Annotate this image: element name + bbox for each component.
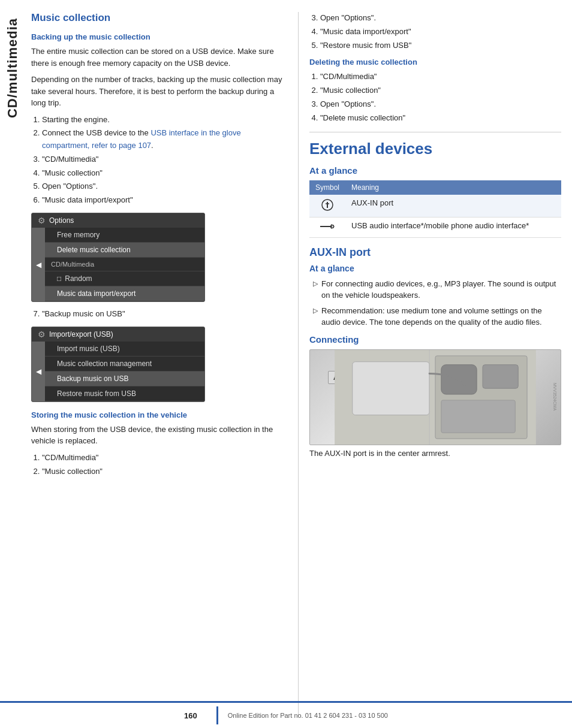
table-header-meaning: Meaning <box>345 180 561 195</box>
svg-rect-10 <box>441 364 477 394</box>
list-item: "Backup music on USB" <box>42 308 287 321</box>
list-item: "Music collection" <box>42 466 287 478</box>
ext-devices-title: External devices <box>309 140 561 158</box>
sidebar: CD/multimedia <box>0 0 25 728</box>
list-item: "Music data import/export" <box>42 194 287 207</box>
list-item: Open "Options". <box>42 180 287 193</box>
page-number: 160 <box>184 711 207 720</box>
nav-arrow-left[interactable]: ◀ <box>32 228 45 301</box>
restore-steps: Open "Options". "Music data import/expor… <box>320 12 561 52</box>
main-content: Music collection Backing up the music co… <box>25 0 572 728</box>
table-header-symbol: Symbol <box>309 180 345 195</box>
deleting-steps: "CD/Multimedia" "Music collection" Open … <box>320 71 561 124</box>
list-item[interactable]: Backup music on USB <box>45 371 204 386</box>
sidebar-label: CD/multimedia <box>5 18 20 118</box>
list-item[interactable]: Delete music collection <box>45 243 204 258</box>
list-item: "Music collection" <box>42 167 287 180</box>
list-item: "Restore music from USB" <box>320 40 561 52</box>
list-item: "CD/Multimedia" <box>42 452 287 464</box>
symbol-table: Symbol Meaning <box>309 180 561 238</box>
list-item: Recommendation: use medium tone and volu… <box>313 305 561 328</box>
import-list: Import music (USB) Music collection mana… <box>45 342 204 401</box>
page-title: Music collection <box>31 12 287 24</box>
list-item: "Music collection" <box>320 84 561 97</box>
list-item: "CD/Multimedia" <box>320 71 561 83</box>
list-item: "Music data import/export" <box>320 26 561 38</box>
aux-icon <box>321 198 334 212</box>
svg-rect-12 <box>441 400 515 433</box>
list-item[interactable]: Restore music from USB <box>45 386 204 401</box>
table-row: AUX-IN port <box>309 195 561 218</box>
list-item: "CD/Multimedia" <box>42 153 287 166</box>
footer-divider <box>216 706 218 724</box>
aux-bullet-list: For connecting audio devices, e.g., MP3 … <box>313 278 561 328</box>
storing-section: Storing the music collection in the vehi… <box>31 410 287 478</box>
list-item: Connect the USB device to the USB interf… <box>42 127 287 152</box>
right-column: Open "Options". "Music data import/expor… <box>299 12 572 716</box>
usb-link[interactable]: USB interface in the glove compartment, … <box>42 128 241 150</box>
deleting-heading: Deleting the music collection <box>309 58 561 67</box>
step7-list: "Backup music on USB" <box>42 308 287 321</box>
car-interior-svg <box>310 350 561 445</box>
options-screen-body: ◀ Free memory Delete music collection CD… <box>32 228 204 301</box>
list-item[interactable]: Free memory <box>45 228 204 243</box>
storing-steps: "CD/Multimedia" "Music collection" <box>42 452 287 478</box>
backing-para1: The entire music collection can be store… <box>31 46 287 69</box>
options-screen-header: ⚙ Options <box>32 213 204 228</box>
list-item: Open "Options". <box>320 98 561 111</box>
footer: 160 Online Edition for Part no. 01 41 2 … <box>0 701 572 728</box>
footer-text: Online Edition for Part no. 01 41 2 604 … <box>228 712 388 719</box>
import-screen-header: ⚙ Import/export (USB) <box>32 327 204 342</box>
at-glance-heading: At a glance <box>309 165 561 176</box>
import-screen-body: ◀ Import music (USB) Music collection ma… <box>32 342 204 401</box>
options-list: Free memory Delete music collection CD/M… <box>45 228 204 301</box>
list-item: CD/Multimedia <box>45 258 204 271</box>
import-export-screen: ⚙ Import/export (USB) ◀ Import music (US… <box>31 327 205 402</box>
list-item: Starting the engine. <box>42 114 287 126</box>
divider <box>309 132 561 132</box>
table-row: USB audio interface*/mobile phone audio … <box>309 217 561 237</box>
list-item[interactable]: Music collection management <box>45 357 204 371</box>
gear-icon: ⚙ <box>38 216 46 225</box>
aux-port-title: AUX-IN port <box>309 246 561 259</box>
svg-rect-8 <box>353 361 429 415</box>
storing-heading: Storing the music collection in the vehi… <box>31 410 287 419</box>
usb-icon <box>319 221 336 232</box>
table-cell-usb-meaning: USB audio interface*/mobile phone audio … <box>345 217 561 237</box>
aux-image: AUX IN MVV3524 <box>309 349 561 445</box>
aux-at-glance-heading: At a glance <box>309 264 561 273</box>
left-column: Music collection Backing up the music co… <box>25 12 299 716</box>
list-item[interactable]: Music data import/export <box>45 286 204 301</box>
list-item[interactable]: Random <box>45 271 204 286</box>
symbol-aux <box>309 195 345 218</box>
aux-caption: The AUX-IN port is in the center armrest… <box>309 449 561 458</box>
storing-para: When storing from the USB device, the ex… <box>31 424 287 447</box>
list-item: "Delete music collection" <box>320 112 561 125</box>
backing-up-heading: Backing up the music collection <box>31 32 287 41</box>
symbol-usb <box>309 217 345 237</box>
connecting-title: Connecting <box>309 334 561 345</box>
options-screen: ⚙ Options ◀ Free memory Delete music col… <box>31 213 205 302</box>
table-cell-aux-meaning: AUX-IN port <box>345 195 561 218</box>
backing-steps-list: Starting the engine. Connect the USB dev… <box>42 114 287 207</box>
svg-rect-11 <box>483 364 518 388</box>
nav-arrow-left-2[interactable]: ◀ <box>32 342 45 401</box>
list-item: For connecting audio devices, e.g., MP3 … <box>313 278 561 301</box>
backing-para2: Depending on the number of tracks, backi… <box>31 74 287 109</box>
list-item[interactable]: Import music (USB) <box>45 342 204 357</box>
watermark: MVV3524CMA <box>550 350 559 445</box>
list-item: Open "Options". <box>320 12 561 25</box>
gear-icon-2: ⚙ <box>38 330 46 339</box>
